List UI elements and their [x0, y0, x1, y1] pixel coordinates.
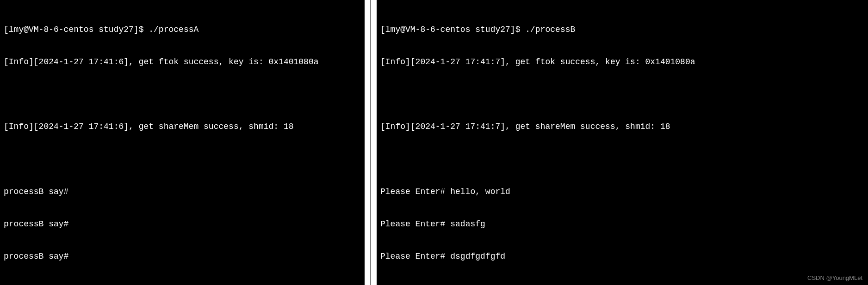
output-line [380, 89, 864, 100]
pane-divider[interactable] [365, 0, 377, 285]
terminal-pane-right[interactable]: [lmy@VM-8-6-centos study27]$ ./processB … [377, 0, 868, 285]
output-line: Please Enter# sadasfg [380, 219, 864, 230]
command-text: ./processB [525, 25, 575, 34]
output-line: processB say# [4, 251, 361, 262]
prompt-line: [lmy@VM-8-6-centos study27]$ ./processA [4, 24, 361, 35]
shell-prompt: [lmy@VM-8-6-centos study27]$ [4, 25, 149, 34]
output-line: Please Enter# hello, world [380, 187, 864, 197]
output-line: [Info][2024-1-27 17:41:6], get shareMem … [4, 121, 361, 132]
output-line: Please Enter# dsgdfgdfgfd [380, 251, 864, 262]
output-line [380, 154, 864, 164]
output-line: [Info][2024-1-27 17:41:7], get shareMem … [380, 121, 864, 132]
output-line [4, 154, 361, 164]
output-line: [Info][2024-1-27 17:41:7], get ftok succ… [380, 57, 864, 67]
output-line: processB say# [4, 219, 361, 230]
output-line: processB say# [4, 187, 361, 197]
watermark-text: CSDN @YoungMLet [807, 274, 862, 282]
prompt-line: [lmy@VM-8-6-centos study27]$ ./processB [380, 24, 864, 35]
shell-prompt: [lmy@VM-8-6-centos study27]$ [380, 25, 525, 34]
command-text: ./processA [149, 25, 198, 34]
output-line: [Info][2024-1-27 17:41:6], get ftok succ… [4, 57, 361, 67]
terminal-pane-left[interactable]: [lmy@VM-8-6-centos study27]$ ./processA … [0, 0, 365, 285]
output-line [4, 89, 361, 100]
